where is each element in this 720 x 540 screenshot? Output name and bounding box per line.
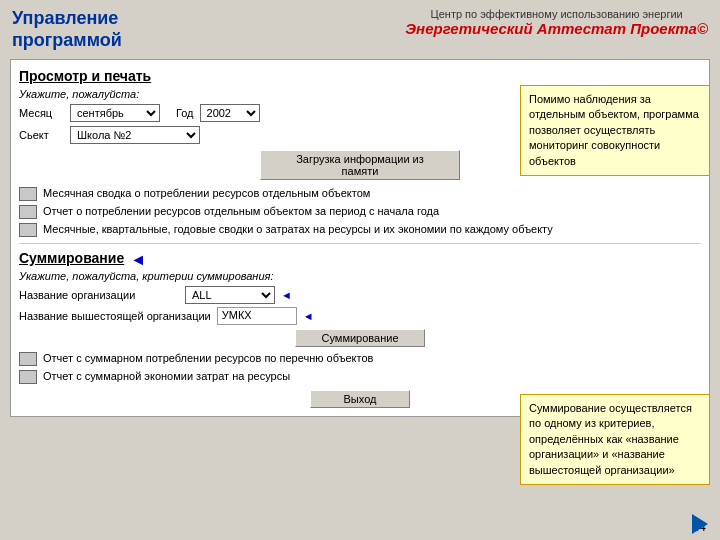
org-arrow-icon: ◄ (281, 289, 292, 301)
org-select[interactable]: ALL (185, 286, 275, 304)
report-checkbox-1[interactable] (19, 187, 37, 201)
report-row-3: Месячные, квартальные, годовые сводки о … (19, 222, 701, 237)
parent-org-label: Название вышестоящей организации (19, 310, 211, 322)
sum-report-text-1: Отчет с суммарном потреблении ресурсов п… (43, 351, 373, 365)
project-info: Центр по эффективному использованию энер… (405, 8, 708, 37)
report-checkbox-2[interactable] (19, 205, 37, 219)
sum-report-row-1: Отчет с суммарном потреблении ресурсов п… (19, 351, 701, 366)
next-page-arrow[interactable] (692, 514, 708, 534)
page-header: Управление программой Центр по эффективн… (0, 0, 720, 55)
sum-report-checkbox-2[interactable] (19, 370, 37, 384)
callout-bottom: Суммирование осуществляется по одному из… (520, 394, 710, 485)
load-button[interactable]: Загрузка информации из памяти (260, 150, 460, 180)
report-text-1: Месячная сводка о потреблении ресурсов о… (43, 186, 370, 200)
report-row-1: Месячная сводка о потреблении ресурсов о… (19, 186, 701, 201)
section-divider (19, 243, 701, 244)
report-text-2: Отчет о потреблении ресурсов отдельным о… (43, 204, 439, 218)
sum-button[interactable]: Суммирование (295, 329, 425, 347)
sum-report-row-2: Отчет с суммарной экономии затрат на рес… (19, 369, 701, 384)
report-checkbox-3[interactable] (19, 223, 37, 237)
sum-title: Суммирование (19, 250, 124, 266)
project-title: Энергетический Аттестат Проекта© (405, 20, 708, 37)
sum-report-text-2: Отчет с суммарной экономии затрат на рес… (43, 369, 290, 383)
arrow-icon: ◄ (130, 251, 146, 269)
month-select[interactable]: сентябрь октябрь ноябрь (70, 104, 160, 122)
report-text-3: Месячные, квартальные, годовые сводки о … (43, 222, 553, 236)
app-title-line1: Управление (12, 8, 122, 30)
parent-org-arrow-icon: ◄ (303, 310, 314, 322)
view-print-title: Просмотр и печать (19, 68, 701, 84)
org-label: Название организации (19, 289, 179, 301)
app-title-line2: программой (12, 30, 122, 52)
center-name: Центр по эффективному использованию энер… (405, 8, 708, 20)
year-select[interactable]: 2002 2003 (200, 104, 260, 122)
callout-bottom-text: Суммирование осуществляется по одному из… (529, 402, 692, 476)
sum-sublabel: Укажите, пожалуйста, критерии суммирован… (19, 270, 701, 282)
org-row: Название организации ALL ◄ (19, 286, 701, 304)
exit-button[interactable]: Выход (310, 390, 410, 408)
year-label: Год (176, 107, 194, 119)
parent-org-value: УМКХ (217, 307, 297, 325)
object-label: Сьект (19, 129, 64, 141)
sum-report-checkbox-1[interactable] (19, 352, 37, 366)
object-select[interactable]: Школа №2 Школа №3 (70, 126, 200, 144)
app-title: Управление программой (12, 8, 122, 51)
callout-top-text: Помимо наблюдения за отдельным объектом,… (529, 93, 699, 167)
callout-top: Помимо наблюдения за отдельным объектом,… (520, 85, 710, 176)
parent-org-row: Название вышестоящей организации УМКХ ◄ (19, 307, 701, 325)
report-row-2: Отчет о потреблении ресурсов отдельным о… (19, 204, 701, 219)
summation-section: Суммирование ◄ Укажите, пожалуйста, крит… (19, 250, 701, 384)
month-label: Месяц (19, 107, 64, 119)
